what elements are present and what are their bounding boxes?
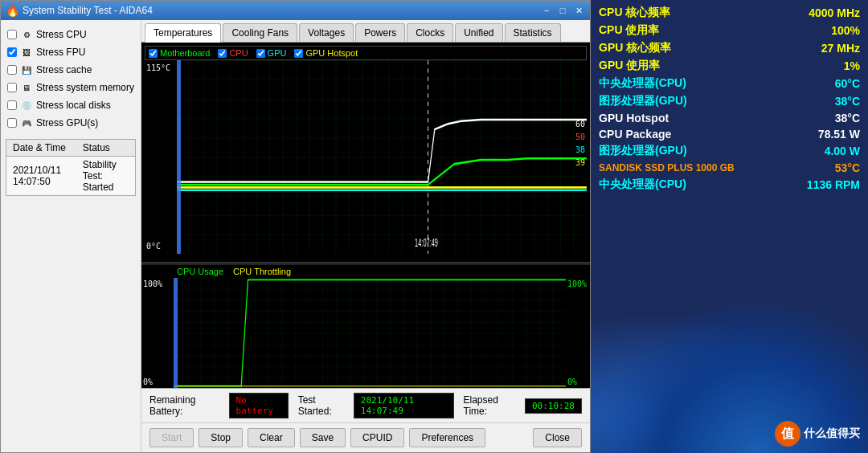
temp-chart-area: 14:07:49	[177, 60, 587, 254]
stress-gpu-label: Stress GPU(s)	[36, 117, 98, 129]
gpu-hotspot-checkbox[interactable]	[294, 49, 303, 58]
legend-gpu-hotspot: GPU Hotspot	[294, 48, 358, 58]
temperature-chart: Motherboard CPU GPU GPU Hotspot	[141, 43, 590, 263]
log-header-status: Status	[76, 140, 136, 157]
start-button[interactable]: Start	[149, 428, 194, 447]
remaining-battery-label: Remaining Battery:	[149, 394, 219, 417]
cpu-temp-checkbox[interactable]	[218, 49, 227, 58]
stress-fpu-label: Stress FPU	[36, 47, 85, 58]
temp-y-min: 0°C	[146, 242, 175, 251]
stat-value-3: 1%	[844, 59, 860, 72]
stress-cpu-label: Stress CPU	[36, 29, 87, 40]
preferences-button[interactable]: Preferences	[409, 428, 485, 447]
svg-rect-4	[174, 278, 566, 388]
clear-button[interactable]: Clear	[248, 428, 295, 447]
stress-memory-label: Stress system memory	[36, 82, 134, 93]
temp-y-max: 115°C	[146, 63, 175, 72]
stats-panel: CPU 核心频率 4000 MHz CPU 使用率 100% GPU 核心频率 …	[591, 0, 868, 453]
stress-gpu-icon: 🎮	[20, 116, 33, 129]
tab-clocks[interactable]: Clocks	[407, 23, 453, 42]
svg-rect-5	[174, 278, 178, 388]
elapsed-time-label: Elapsed Time:	[464, 394, 515, 417]
cpu-chart-area	[174, 278, 566, 388]
stat-row-3: GPU 使用率 1%	[599, 58, 860, 74]
window-title: System Stability Test - AIDA64	[23, 5, 153, 16]
watermark: 值 什么值得买	[775, 421, 860, 447]
stress-memory-icon: 🖥	[20, 81, 33, 94]
close-window-button[interactable]: ✕	[572, 5, 585, 16]
stat-value-9: 53°C	[835, 161, 860, 174]
tab-voltages[interactable]: Voltages	[299, 23, 354, 42]
stress-memory-checkbox[interactable]	[7, 83, 17, 92]
watermark-icon: 值	[775, 421, 800, 447]
stress-cache-item: 💾 Stress cache	[6, 62, 136, 78]
cpu-y-min-left: 0%	[143, 378, 172, 386]
stress-disk-checkbox[interactable]	[7, 100, 17, 110]
log-table: Date & Time Status 2021/10/11 14:07:50 S…	[6, 139, 136, 196]
legend-gpu: GPU	[256, 48, 287, 58]
cpu-chart-title: CPU Usage CPU Throttling	[141, 265, 590, 278]
stat-label-10: 中央处理器(CPU)	[599, 178, 686, 192]
gpu-hotspot-label: GPU Hotspot	[305, 48, 358, 58]
legend-cpu: CPU	[218, 48, 248, 58]
gpu-temp-checkbox[interactable]	[256, 49, 265, 58]
save-button[interactable]: Save	[300, 428, 346, 447]
remaining-battery-value: No battery	[229, 393, 289, 418]
stress-cache-checkbox[interactable]	[7, 65, 17, 75]
stat-value-8: 4.00 W	[825, 145, 860, 157]
button-spacer	[490, 428, 528, 447]
stress-fpu-checkbox[interactable]	[7, 47, 17, 57]
stat-value-2: 27 MHz	[821, 42, 860, 55]
stress-cache-icon: 💾	[20, 63, 33, 76]
tab-cooling-fans[interactable]: Cooling Fans	[223, 23, 297, 42]
tab-powers[interactable]: Powers	[355, 23, 405, 42]
stress-cache-label: Stress cache	[36, 64, 92, 76]
stress-gpu-item: 🎮 Stress GPU(s)	[6, 115, 136, 131]
stress-disk-icon: 💿	[20, 99, 33, 112]
sidebar: ⚙ Stress CPU 🖼 Stress FPU 💾 Stress cache…	[1, 20, 141, 452]
log-status-0: Stability Test: Started	[76, 157, 136, 196]
cpu-chart-container: 100% 0%	[141, 278, 590, 388]
log-area: Date & Time Status 2021/10/11 14:07:50 S…	[6, 139, 136, 446]
stat-label-9: SANDISK SSD PLUS 1000 GB	[599, 162, 735, 173]
stress-memory-item: 🖥 Stress system memory	[6, 80, 136, 96]
temp-legend: Motherboard CPU GPU GPU Hotspot	[145, 46, 587, 60]
stat-row-7: CPU Package 78.51 W	[599, 127, 860, 141]
stat-value-7: 78.51 W	[818, 128, 860, 141]
stress-fpu-icon: 🖼	[20, 46, 33, 59]
stat-value-4: 60°C	[835, 77, 860, 90]
cpu-y-max-right: 100%	[567, 280, 588, 288]
cpu-chart-svg	[174, 278, 566, 388]
maximize-button[interactable]: □	[556, 5, 569, 16]
svg-rect-0	[177, 60, 587, 254]
temp-y-axis: 115°C 0°C	[145, 60, 177, 254]
stress-cpu-item: ⚙ Stress CPU	[6, 27, 136, 43]
motherboard-checkbox[interactable]	[149, 49, 158, 58]
close-button[interactable]: Close	[533, 428, 582, 447]
stress-cpu-icon: ⚙	[20, 28, 33, 41]
svg-text:14:07:49: 14:07:49	[415, 235, 438, 250]
tab-temperatures[interactable]: Temperatures	[145, 23, 221, 43]
stat-label-1: CPU 使用率	[599, 23, 659, 38]
main-area: ⚙ Stress CPU 🖼 Stress FPU 💾 Stress cache…	[1, 20, 590, 452]
stress-gpu-checkbox[interactable]	[7, 118, 17, 128]
cpu-y-min-right: 0%	[567, 378, 588, 386]
stress-cpu-checkbox[interactable]	[7, 30, 17, 39]
tab-statistics[interactable]: Statistics	[505, 23, 561, 42]
right-content: Temperatures Cooling Fans Voltages Power…	[141, 20, 590, 452]
temp-chart-container: 115°C 0°C	[145, 60, 587, 254]
cpuid-button[interactable]: CPUID	[350, 428, 404, 447]
charts-area: Motherboard CPU GPU GPU Hotspot	[141, 43, 590, 388]
tab-unified[interactable]: Unified	[455, 23, 502, 42]
cpu-usage-title: CPU Usage	[177, 267, 223, 276]
stat-value-5: 38°C	[835, 95, 860, 108]
stat-label-8: 图形处理器(GPU)	[599, 144, 687, 158]
stop-button[interactable]: Stop	[199, 428, 243, 447]
stat-row-2: GPU 核心频率 27 MHz	[599, 40, 860, 56]
cpu-throttling-title: CPU Throttling	[233, 267, 291, 276]
legend-motherboard: Motherboard	[149, 48, 210, 58]
svg-rect-3	[177, 60, 181, 254]
button-bar: Start Stop Clear Save CPUID Preferences …	[141, 422, 590, 452]
minimize-button[interactable]: −	[540, 5, 553, 16]
title-bar: 🔥 System Stability Test - AIDA64 − □ ✕	[1, 1, 590, 20]
